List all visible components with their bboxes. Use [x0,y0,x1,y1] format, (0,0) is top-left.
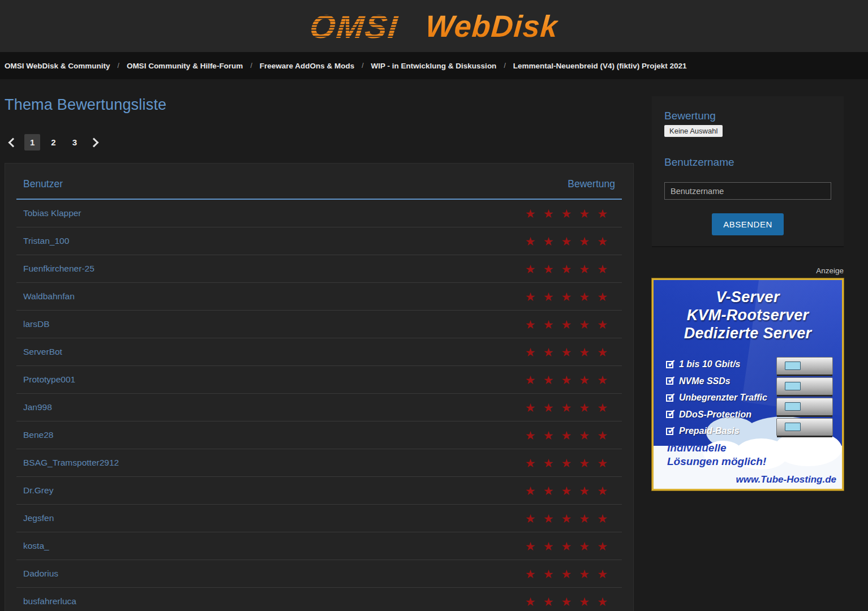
user-link[interactable]: Jegsfen [23,513,54,523]
submit-button[interactable]: ABSENDEN [712,213,784,235]
user-link[interactable]: kosta_ [23,541,49,551]
rating-stars: ★★★★★ [525,540,615,552]
column-header-rating[interactable]: Bewertung [568,178,615,190]
check-icon [666,361,673,368]
table-row: Dr.Grey★★★★★ [16,477,622,505]
ad-feature-label: DDoS-Protection [679,410,751,420]
breadcrumb-item[interactable]: Freeware AddOns & Mods [260,62,355,70]
ad-feature-label: Prepaid-Basis [679,426,740,436]
rating-filter-label: Bewertung [664,110,831,122]
rating-stars: ★★★★★ [525,263,615,275]
table-row: Bene28★★★★★ [16,421,622,449]
user-link[interactable]: larsDB [23,319,50,329]
username-filter-label: Benutzername [664,156,831,169]
server-rack-image [776,357,833,438]
breadcrumb-item[interactable]: Lemmental-Neuenbreid (V4) (fiktiv) Proje… [513,62,687,70]
username-input[interactable] [664,182,831,200]
ad-feature-item: Unbegrenzter Traffic [666,393,767,403]
user-link[interactable]: Tobias Klapper [23,208,81,218]
rating-table: Benutzer Bewertung Tobias Klapper★★★★★Tr… [5,163,634,611]
table-row: kosta_★★★★★ [16,532,622,560]
check-icon [666,377,673,385]
ad-tagline: IndividuelleLösungen möglich! [667,441,766,468]
table-row: Waldbahnfan★★★★★ [16,283,622,311]
check-icon [666,428,673,435]
rating-stars: ★★★★★ [525,568,615,580]
ad-url[interactable]: www.Tube-Hosting.de [736,474,836,485]
table-row: ServerBot★★★★★ [16,338,622,366]
chevron-right-icon[interactable] [88,135,102,150]
rating-stars: ★★★★★ [525,291,615,303]
rating-stars: ★★★★★ [525,485,615,497]
user-link[interactable]: Dr.Grey [23,485,53,496]
check-icon [666,394,673,402]
check-icon [666,411,673,418]
site-header: OMSI WebDisk [0,0,868,52]
page-number-1[interactable]: 1 [24,134,40,150]
user-link[interactable]: Fuenfkirchener-25 [23,264,94,274]
table-row: Tristan_100★★★★★ [16,227,622,255]
user-link[interactable]: BSAG_Tramspotter2912 [23,458,119,468]
right-sidebar: Bewertung Keine Auswahl Benutzername ABS… [652,96,844,490]
main-content: Thema Bewertungsliste 123 Benutzer Bewer… [5,79,634,611]
page-number-2[interactable]: 2 [45,134,61,150]
rating-stars: ★★★★★ [525,346,615,358]
user-link[interactable]: busfahrerluca [23,596,76,606]
table-row: Fuenfkirchener-25★★★★★ [16,255,622,283]
page-title: Thema Bewertungsliste [5,96,634,114]
table-header-row: Benutzer Bewertung [16,178,622,200]
chevron-left-icon[interactable] [5,135,19,150]
breadcrumb-separator: / [362,62,363,70]
rating-stars: ★★★★★ [525,374,615,386]
server-unit-image [776,398,833,416]
ad-feature-label: Unbegrenzter Traffic [679,393,767,403]
ad-headline-line: Dedizierte Server [654,324,842,342]
ad-feature-item: Prepaid-Basis [666,426,767,436]
ad-feature-item: DDoS-Protection [666,410,767,420]
breadcrumb-separator: / [250,62,252,70]
server-unit-image [776,377,833,395]
ad-feature-label: NVMe SSDs [679,376,731,386]
ad-feature-label: 1 bis 10 Gbit/s [679,359,740,369]
rating-filter-value-badge[interactable]: Keine Auswahl [664,125,723,137]
rating-stars: ★★★★★ [525,319,615,330]
column-header-user[interactable]: Benutzer [23,178,63,190]
breadcrumb-separator: / [504,62,505,70]
rating-stars: ★★★★★ [525,596,615,608]
rating-stars: ★★★★★ [525,402,615,414]
table-row: Tobias Klapper★★★★★ [16,200,622,227]
user-link[interactable]: Prototype001 [23,375,75,385]
user-link[interactable]: Waldbahnfan [23,291,75,302]
server-unit-image [776,357,833,375]
user-link[interactable]: ServerBot [23,347,62,357]
ad-tagline-line: Individuelle [667,441,766,455]
user-link[interactable]: Tristan_100 [23,236,69,246]
breadcrumb: OMSI WebDisk & Community/OMSI Community … [0,52,868,79]
ad-label: Anzeige [652,266,844,275]
server-unit-image [776,418,833,436]
table-row: Jan998★★★★★ [16,394,622,421]
table-row: Dadorius★★★★★ [16,560,622,588]
ad-headline-line: V-Server [654,288,842,306]
breadcrumb-item[interactable]: OMSI WebDisk & Community [5,62,110,70]
ad-feature-item: 1 bis 10 Gbit/s [666,359,767,369]
advertisement-banner[interactable]: V-ServerKVM-RootserverDedizierte Server … [652,278,844,490]
pagination: 123 [5,134,634,150]
rating-stars: ★★★★★ [525,457,615,469]
page-number-3[interactable]: 3 [67,134,83,150]
ad-headline-line: KVM-Rootserver [654,306,842,324]
rating-stars: ★★★★★ [525,429,615,441]
ad-tagline-line: Lösungen möglich! [667,455,766,468]
ad-feature-item: NVMe SSDs [666,376,767,386]
breadcrumb-separator: / [118,62,119,70]
breadcrumb-item[interactable]: OMSI Community & Hilfe-Forum [127,62,243,70]
user-link[interactable]: Jan998 [23,402,52,412]
ad-feature-list: 1 bis 10 Gbit/sNVMe SSDsUnbegrenzter Tra… [666,359,767,443]
table-row: BSAG_Tramspotter2912★★★★★ [16,449,622,477]
omsi-logo-text: OMSI [308,7,403,45]
user-link[interactable]: Dadorius [23,569,58,579]
site-logo[interactable]: OMSI WebDisk [310,7,558,45]
breadcrumb-item[interactable]: WIP - in Entwicklung & Diskussion [371,62,497,70]
table-row: larsDB★★★★★ [16,311,622,338]
user-link[interactable]: Bene28 [23,430,53,440]
